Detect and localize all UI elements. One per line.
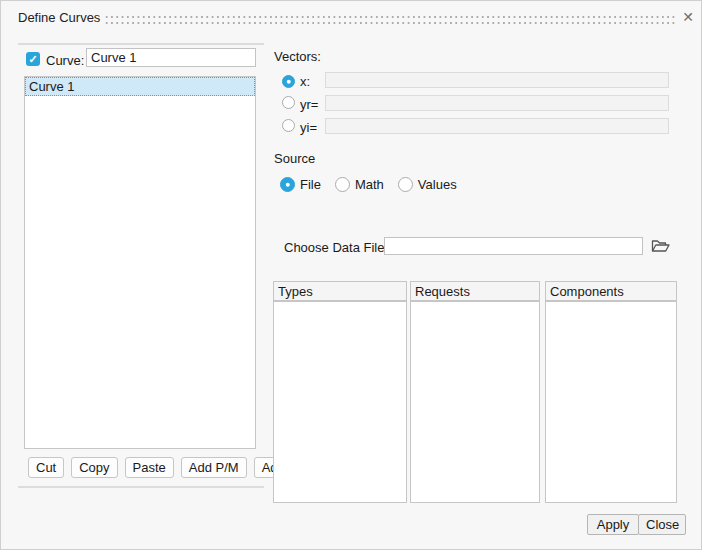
- apply-button[interactable]: Apply: [587, 514, 639, 535]
- source-math-label: Math: [355, 177, 384, 192]
- vector-x-label: x:: [300, 74, 310, 89]
- requests-column-header: Requests: [410, 281, 540, 301]
- paste-button[interactable]: Paste: [125, 457, 174, 478]
- curve-list[interactable]: Curve 1: [24, 76, 256, 449]
- add-pm-button[interactable]: Add P/M: [181, 457, 247, 478]
- types-list[interactable]: [273, 301, 407, 503]
- source-math-radio[interactable]: [335, 177, 350, 192]
- browse-file-button[interactable]: [650, 239, 670, 254]
- vector-yi-label: yi=: [300, 120, 317, 135]
- source-file-radio[interactable]: [280, 177, 295, 192]
- data-file-label: Choose Data File:: [284, 240, 388, 255]
- curve-label: Curve:: [46, 53, 84, 68]
- vector-yi-input[interactable]: [325, 118, 669, 134]
- source-file-label: File: [300, 177, 321, 192]
- curve-list-toolbar: Cut Copy Paste Add P/M Add R/I: [28, 457, 313, 478]
- cut-button[interactable]: Cut: [28, 457, 64, 478]
- types-column-header: Types: [273, 281, 407, 301]
- source-values-radio[interactable]: [398, 177, 413, 192]
- source-options: File Math Values: [280, 177, 457, 192]
- curve-enabled-checkbox[interactable]: [26, 52, 40, 66]
- dialog-title: Define Curves: [18, 10, 100, 25]
- close-icon: ✕: [682, 9, 694, 25]
- vector-x-radio[interactable]: [282, 75, 295, 88]
- source-label: Source: [274, 151, 315, 166]
- vector-yr-radio[interactable]: [282, 96, 295, 109]
- vector-yi-radio[interactable]: [282, 119, 295, 132]
- left-panel-top-divider: [18, 43, 264, 45]
- footer-actions: Apply Close: [587, 514, 686, 535]
- components-list[interactable]: [545, 301, 677, 503]
- curve-name-input[interactable]: [86, 48, 256, 67]
- requests-list[interactable]: [410, 301, 540, 503]
- copy-button[interactable]: Copy: [71, 457, 117, 478]
- vectors-label: Vectors:: [274, 49, 321, 64]
- left-panel-bottom-divider: [18, 486, 264, 488]
- vector-yr-label: yr=: [300, 97, 318, 112]
- define-curves-dialog: Define Curves ✕ Curve: Curve 1 Cut Copy …: [0, 0, 702, 550]
- open-folder-icon: [651, 241, 670, 256]
- drag-handle-dots[interactable]: [104, 13, 677, 24]
- dialog-close-button[interactable]: ✕: [679, 8, 697, 26]
- components-column-header: Components: [545, 281, 677, 301]
- curve-list-item[interactable]: Curve 1: [25, 77, 255, 96]
- close-button[interactable]: Close: [638, 514, 686, 535]
- vector-x-input[interactable]: [325, 72, 669, 88]
- data-file-input[interactable]: [384, 237, 643, 255]
- source-values-label: Values: [418, 177, 457, 192]
- vector-yr-input[interactable]: [325, 95, 669, 111]
